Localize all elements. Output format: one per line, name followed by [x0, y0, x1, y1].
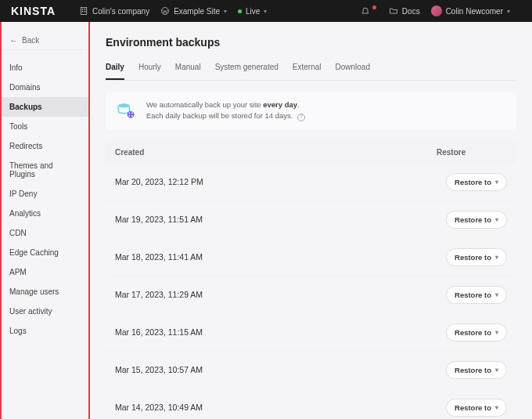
row-created: Mar 19, 2023, 11:51 AM — [115, 215, 446, 224]
info-line1c: . — [297, 100, 300, 109]
tabs: DailyHourlyManualSystem generatedExterna… — [106, 63, 516, 81]
restore-label: Restore to — [455, 366, 491, 374]
sidebar-item-cdn[interactable]: CDN — [2, 223, 88, 243]
row-created: Mar 17, 2023, 11:29 AM — [115, 290, 446, 299]
restore-label: Restore to — [455, 403, 491, 412]
chevron-down-icon: ▾ — [495, 367, 498, 374]
table-row: Mar 14, 2023, 10:49 AMRestore to▾ — [106, 389, 516, 420]
main-content: Environment backups DailyHourlyManualSys… — [90, 22, 532, 419]
topbar: KINSTA Colin's company Example Site ▾ Li… — [0, 0, 532, 22]
sidebar-item-themes-and-plugins[interactable]: Themes and Plugins — [2, 156, 88, 184]
row-created: Mar 14, 2023, 10:49 AM — [115, 403, 446, 412]
sidebar-item-apm[interactable]: APM — [2, 262, 88, 282]
wordpress-icon — [160, 6, 170, 16]
tab-download[interactable]: Download — [335, 63, 369, 80]
svg-rect-0 — [81, 8, 87, 15]
table-row: Mar 20, 2023, 12:12 PMRestore to▾ — [106, 164, 516, 201]
status-dot-icon — [238, 9, 242, 13]
help-icon[interactable]: ? — [297, 114, 305, 121]
tab-system-generated[interactable]: System generated — [215, 63, 279, 80]
sidebar-item-logs[interactable]: Logs — [2, 321, 88, 341]
restore-label: Restore to — [455, 328, 491, 337]
sidebar-item-backups[interactable]: Backups — [2, 97, 88, 117]
restore-label: Restore to — [455, 215, 491, 224]
sidebar-item-analytics[interactable]: Analytics — [2, 204, 88, 223]
restore-label: Restore to — [455, 253, 491, 262]
table-row: Mar 18, 2023, 11:41 AMRestore to▾ — [106, 239, 516, 276]
svg-rect-11 — [131, 115, 133, 117]
restore-button[interactable]: Restore to▾ — [446, 211, 507, 229]
user-name: Colin Newcomer — [446, 7, 503, 16]
restore-button[interactable]: Restore to▾ — [446, 248, 507, 266]
svg-point-7 — [128, 111, 135, 118]
back-label: Back — [22, 36, 39, 45]
env-switcher[interactable]: Live ▾ — [238, 7, 267, 16]
tab-hourly[interactable]: Hourly — [138, 63, 161, 80]
sidebar-item-manage-users[interactable]: Manage users — [2, 282, 88, 302]
info-line1a: We automatically back up your site — [146, 100, 263, 109]
company-name: Colin's company — [92, 7, 149, 16]
chevron-down-icon: ▾ — [495, 179, 498, 186]
row-created: Mar 15, 2023, 10:57 AM — [115, 365, 446, 374]
restore-label: Restore to — [455, 178, 491, 186]
docs-link[interactable]: Docs — [389, 6, 420, 16]
notifications[interactable] — [361, 6, 378, 16]
table-row: Mar 19, 2023, 11:51 AMRestore to▾ — [106, 201, 516, 239]
chevron-down-icon: ▾ — [495, 216, 498, 223]
back-link[interactable]: ← Back — [2, 31, 88, 50]
env-name: Live — [246, 7, 260, 16]
sidebar: ← Back InfoDomainsBackupsToolsRedirectsT… — [0, 22, 90, 419]
page-title: Environment backups — [106, 36, 516, 49]
sidebar-item-info[interactable]: Info — [2, 58, 88, 78]
building-icon — [79, 6, 88, 16]
restore-label: Restore to — [455, 291, 491, 299]
row-created: Mar 20, 2023, 12:12 PM — [115, 177, 446, 186]
chevron-down-icon: ▾ — [495, 404, 498, 411]
chevron-down-icon: ▾ — [507, 8, 510, 15]
chevron-down-icon: ▾ — [224, 8, 227, 15]
sidebar-item-tools[interactable]: Tools — [2, 117, 88, 136]
user-menu[interactable]: Colin Newcomer ▾ — [431, 5, 510, 16]
table-row: Mar 15, 2023, 10:57 AMRestore to▾ — [106, 352, 516, 389]
svg-rect-1 — [82, 9, 84, 10]
restore-button[interactable]: Restore to▾ — [446, 286, 507, 304]
sidebar-item-domains[interactable]: Domains — [2, 78, 88, 97]
th-created: Created — [115, 148, 437, 157]
restore-button[interactable]: Restore to▾ — [446, 399, 507, 417]
row-created: Mar 16, 2023, 11:15 AM — [115, 327, 446, 337]
table-body: Mar 20, 2023, 12:12 PMRestore to▾Mar 19,… — [106, 164, 516, 420]
chevron-down-icon: ▾ — [495, 291, 498, 298]
bell-icon — [361, 6, 370, 16]
svg-rect-9 — [131, 113, 133, 114]
info-box: We automatically back up your site every… — [106, 92, 516, 130]
table-header: Created Restore — [106, 141, 516, 164]
info-text: We automatically back up your site every… — [146, 99, 305, 122]
sidebar-item-user-activity[interactable]: User activity — [2, 302, 88, 321]
tab-daily[interactable]: Daily — [106, 63, 124, 80]
restore-button[interactable]: Restore to▾ — [446, 323, 507, 341]
logo[interactable]: KINSTA — [11, 5, 56, 17]
restore-button[interactable]: Restore to▾ — [446, 361, 507, 379]
row-created: Mar 18, 2023, 11:41 AM — [115, 252, 446, 262]
chevron-down-icon: ▾ — [495, 254, 498, 261]
company-switcher[interactable]: Colin's company — [79, 6, 149, 16]
avatar — [431, 5, 442, 16]
restore-button[interactable]: Restore to▾ — [446, 173, 507, 191]
back-arrow-icon: ← — [9, 36, 17, 45]
svg-point-6 — [118, 104, 129, 108]
sidebar-item-redirects[interactable]: Redirects — [2, 136, 88, 156]
chevron-down-icon: ▾ — [264, 8, 267, 15]
table-row: Mar 17, 2023, 11:29 AMRestore to▾ — [106, 276, 516, 314]
svg-rect-8 — [129, 113, 131, 114]
tab-external[interactable]: External — [293, 63, 322, 80]
info-line1b: every day — [263, 100, 297, 109]
site-name: Example Site — [174, 7, 220, 16]
tab-manual[interactable]: Manual — [175, 63, 201, 80]
site-switcher[interactable]: Example Site ▾ — [160, 6, 227, 16]
svg-rect-2 — [84, 9, 86, 10]
sidebar-item-ip-deny[interactable]: IP Deny — [2, 184, 88, 204]
svg-rect-3 — [82, 11, 84, 13]
sidebar-item-edge-caching[interactable]: Edge Caching — [2, 243, 88, 262]
table-row: Mar 16, 2023, 11:15 AMRestore to▾ — [106, 314, 516, 352]
svg-rect-10 — [129, 115, 131, 117]
